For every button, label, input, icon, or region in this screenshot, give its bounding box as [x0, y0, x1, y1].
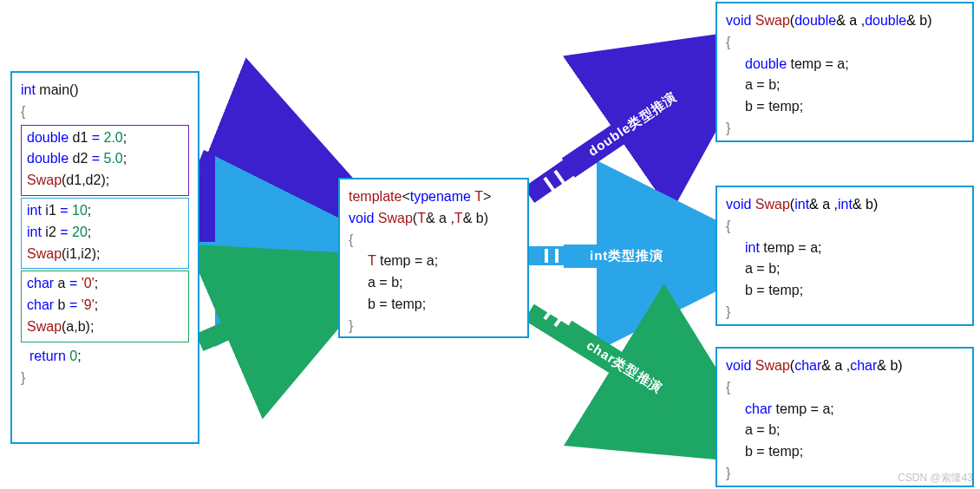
block-int: int i1 = 10; int i2 = 20; Swap(i1,i2); — [21, 198, 189, 269]
out-int-box: void Swap(int& a ,int& b) { int temp = a… — [715, 186, 974, 326]
label-int-arrow: int类型推演 — [564, 244, 689, 268]
brace-close: } — [21, 368, 189, 389]
watermark: CSDN @索隆43 — [898, 471, 973, 486]
main-box: int main() { double d1 = 2.0; double d2 … — [10, 71, 199, 444]
brace-open: { — [21, 101, 189, 123]
out-char-box: void Swap(char& a ,char& b) { char temp … — [715, 347, 974, 487]
block-double: double d1 = 2.0; double d2 = 5.0; Swap(d… — [21, 125, 189, 196]
out-double-box: void Swap(double& a ,double& b) { double… — [715, 2, 974, 142]
arrow-char-to-template — [199, 286, 330, 342]
block-char: char a = '0'; char b = '9'; Swap(a,b); — [21, 271, 189, 342]
template-box: template<typename T> void Swap(T& a ,T& … — [338, 178, 529, 338]
main-signature: int main() — [21, 80, 189, 101]
arrow-double-to-template — [199, 160, 330, 212]
